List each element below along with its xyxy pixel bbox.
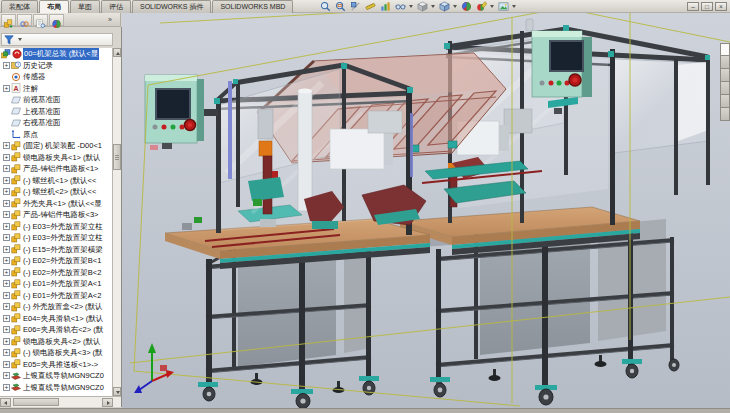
tab-评估[interactable]: 评估 xyxy=(101,0,131,13)
tab-草图[interactable]: 草图 xyxy=(70,0,100,13)
edit-appearance-dropdown-caret[interactable] xyxy=(490,5,494,8)
expand-toggle[interactable]: + xyxy=(3,303,10,310)
assembly-visualization-icon[interactable] xyxy=(378,1,392,13)
zoom-area-icon[interactable] xyxy=(333,1,347,13)
apply-scene-dropdown-caret[interactable] xyxy=(512,5,516,8)
taskpane-tab-3[interactable] xyxy=(720,69,730,82)
scroll-down-button[interactable] xyxy=(113,387,121,396)
tree-item[interactable]: 右视基准面 xyxy=(0,117,113,129)
insert-components-button[interactable] xyxy=(1,14,16,26)
tree-vertical-scrollbar[interactable] xyxy=(112,48,121,396)
scroll-right-button[interactable] xyxy=(102,398,113,407)
tree-item[interactable]: +(-) 锁电路板夹具<3> (默 xyxy=(0,347,113,359)
tree-item[interactable]: +产品-铸铝件电路板<1> xyxy=(0,163,113,175)
tab-装配体[interactable]: 装配体 xyxy=(1,0,38,13)
tree-item[interactable]: 前视基准面 xyxy=(0,94,113,106)
tree-item[interactable]: +产品-铸铝件电路板<3> xyxy=(0,209,113,221)
display-style-dropdown-caret[interactable] xyxy=(431,5,435,8)
filter-dropdown-caret[interactable] xyxy=(18,38,22,41)
expand-toggle[interactable]: + xyxy=(3,188,10,195)
tree-item[interactable]: +(-) E02=外壳放置架B<2 xyxy=(0,267,113,279)
tree-filter[interactable] xyxy=(1,33,113,46)
expand-toggle[interactable]: + xyxy=(3,211,10,218)
taskpane-tab-6[interactable] xyxy=(720,108,730,121)
expand-toggle[interactable]: + xyxy=(3,142,10,149)
hide-show-items-icon[interactable] xyxy=(393,1,407,13)
tree-item[interactable]: 上视基准面 xyxy=(0,106,113,118)
expand-toggle[interactable]: + xyxy=(3,269,10,276)
expand-toggle[interactable]: + xyxy=(3,384,10,391)
scroll-up-button[interactable] xyxy=(113,48,121,57)
appearance-icon[interactable] xyxy=(459,1,473,13)
close-button[interactable]: × xyxy=(715,2,727,11)
tree-item[interactable]: 00=机架总装 (默认<显 xyxy=(0,48,113,60)
tab-布局[interactable]: 布局 xyxy=(39,0,69,13)
tree-item[interactable]: +上银直线导轨MGN9CZ0 xyxy=(0,370,113,382)
appearances-button[interactable] xyxy=(49,14,64,26)
tree-item[interactable]: +上银直线导轨MGN9CZ0 xyxy=(0,382,113,394)
tree-item[interactable]: 原点 xyxy=(0,129,113,141)
expand-toggle[interactable]: + xyxy=(3,85,10,92)
taskpane-tab-1[interactable] xyxy=(720,43,730,56)
expand-toggle[interactable]: + xyxy=(3,234,10,241)
tab-SOLIDWORKS 插件[interactable]: SOLIDWORKS 插件 xyxy=(132,0,211,13)
tree-item[interactable]: +E05=夹具推送板<1>-> xyxy=(0,359,113,371)
tree-item[interactable]: +(-) 螺丝机<2> (默认<< xyxy=(0,186,113,198)
edit-appearance-icon[interactable] xyxy=(474,1,488,13)
tree-item[interactable]: +外壳夹具<1> (默认<<显 xyxy=(0,198,113,210)
apply-scene-icon[interactable] xyxy=(496,1,510,13)
expand-toggle[interactable]: + xyxy=(3,349,10,356)
scroll-left-button[interactable] xyxy=(0,398,11,407)
tree-item[interactable]: +(-) E01=外壳放置架A<2 xyxy=(0,290,113,302)
tree-item[interactable]: +(-) 螺丝机<1> (默认<< xyxy=(0,175,113,187)
restore-button[interactable]: □ xyxy=(701,2,713,11)
measure-icon[interactable] xyxy=(363,1,377,13)
tree-item[interactable]: +历史记录 xyxy=(0,60,113,72)
tree-item[interactable]: +(-) E03=外壳放置架立柱 xyxy=(0,221,113,233)
tree-horizontal-scrollbar[interactable] xyxy=(0,396,121,407)
toolbar-overflow-button[interactable]: » xyxy=(108,16,112,23)
expand-toggle[interactable]: + xyxy=(3,280,10,287)
expand-toggle[interactable]: + xyxy=(3,62,10,69)
minimize-button[interactable]: – xyxy=(687,2,699,11)
zoom-fit-icon[interactable] xyxy=(318,1,332,13)
tree-item[interactable]: +(-) E01=外壳放置架A<1 xyxy=(0,278,113,290)
tab-SOLIDWORKS MBD[interactable]: SOLIDWORKS MBD xyxy=(212,0,293,13)
tree-item[interactable]: +(固定) 机架装配 -D00<1 xyxy=(0,140,113,152)
tree-item[interactable]: +(-) 外壳放置盒<2> (默认 xyxy=(0,301,113,313)
tree-item[interactable]: +锁电路板夹具<2> (默认 xyxy=(0,336,113,348)
3d-viewport[interactable] xyxy=(122,13,730,408)
tree-item[interactable]: +A注解 xyxy=(0,83,113,95)
scroll-thumb[interactable] xyxy=(113,144,121,170)
expand-toggle[interactable]: + xyxy=(3,372,10,379)
mate-button[interactable] xyxy=(17,14,32,26)
expand-toggle[interactable]: + xyxy=(3,292,10,299)
expand-toggle[interactable]: + xyxy=(3,326,10,333)
expand-toggle[interactable]: + xyxy=(3,257,10,264)
tree-item[interactable]: +(-) E15=外壳放置架横梁 xyxy=(0,244,113,256)
taskpane-tab-5[interactable] xyxy=(720,95,730,108)
section-view-icon[interactable] xyxy=(348,1,362,13)
view-orientation-icon[interactable] xyxy=(437,1,451,13)
expand-toggle[interactable]: + xyxy=(3,200,10,207)
tree-item[interactable]: +E06=夹具滑轨右<2> (默 xyxy=(0,324,113,336)
tree-item[interactable]: +(-) E03=外壳放置架立柱 xyxy=(0,232,113,244)
expand-toggle[interactable]: + xyxy=(3,223,10,230)
component-preview-button[interactable] xyxy=(33,14,48,26)
view-orientation-dropdown-caret[interactable] xyxy=(453,5,457,8)
taskpane-tab-4[interactable] xyxy=(720,82,730,95)
expand-toggle[interactable]: + xyxy=(3,361,10,368)
expand-toggle[interactable]: + xyxy=(3,315,10,322)
scroll-thumb[interactable] xyxy=(13,398,59,406)
display-style-icon[interactable] xyxy=(415,1,429,13)
expand-toggle[interactable]: + xyxy=(3,154,10,161)
expand-toggle[interactable]: + xyxy=(3,338,10,345)
tree-item[interactable]: +(-) E02=外壳放置架B<1 xyxy=(0,255,113,267)
expand-toggle[interactable]: + xyxy=(3,246,10,253)
taskpane-tab-2[interactable] xyxy=(720,56,730,69)
hide-show-items-dropdown-caret[interactable] xyxy=(409,5,413,8)
expand-toggle[interactable]: + xyxy=(3,177,10,184)
tree-item[interactable]: +锁电路板夹具<1> (默认 xyxy=(0,152,113,164)
expand-toggle[interactable]: + xyxy=(3,165,10,172)
tree-item[interactable]: 传感器 xyxy=(0,71,113,83)
